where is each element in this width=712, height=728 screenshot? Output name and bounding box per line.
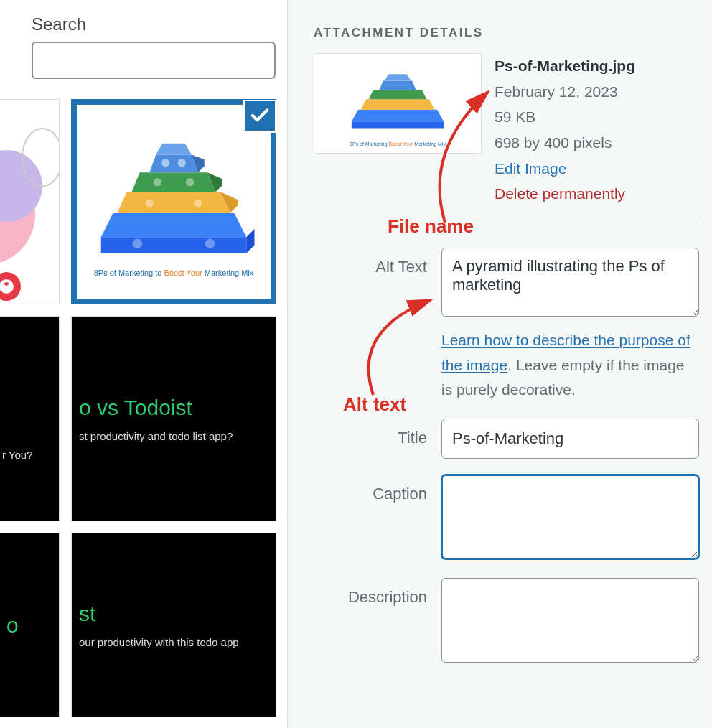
svg-point-23 (205, 239, 215, 249)
delete-permanently-link[interactable]: Delete permanently (495, 181, 635, 207)
svg-marker-24 (352, 109, 444, 121)
attachment-preview-row: 8Ps of Marketing Boost Your Marketing Mi… (314, 53, 699, 223)
attachment-filename: Ps-of-Marketing.jpg (495, 53, 635, 79)
attachment-form: Alt Text A pyramid illustrating the Ps o… (314, 248, 699, 666)
svg-point-22 (133, 239, 143, 249)
caption-input[interactable] (441, 475, 699, 559)
svg-marker-27 (369, 90, 427, 99)
media-thumb-partial-2[interactable]: r You? (0, 316, 60, 521)
thumb-title: st (79, 602, 95, 626)
svg-marker-6 (101, 213, 247, 238)
attachment-preview-thumb[interactable]: 8Ps of Marketing Boost Your Marketing Mi… (314, 53, 482, 154)
attachment-details-panel: ATTACHMENT DETAILS 8Ps of Marketing Boos… (287, 0, 712, 728)
svg-point-18 (154, 178, 161, 186)
svg-marker-28 (379, 80, 416, 90)
svg-marker-11 (132, 172, 216, 192)
thumb-subtext: our productivity with this todo app (79, 636, 239, 648)
svg-marker-25 (352, 121, 444, 128)
alt-text-help: Learn how to describe the purpose of the… (441, 328, 699, 403)
thumb-subtext: r You? (2, 449, 33, 461)
alt-text-label: Alt Text (314, 248, 441, 276)
description-input[interactable] (441, 578, 699, 663)
attachment-meta: Ps-of-Marketing.jpg February 12, 2023 59… (495, 53, 635, 207)
alt-text-input[interactable]: A pyramid illustrating the Ps of marketi… (441, 248, 699, 317)
description-label: Description (314, 578, 441, 607)
media-grid: 8Ps of Marketing to Boost Your Marketing… (0, 99, 280, 717)
svg-marker-29 (385, 74, 411, 80)
svg-point-19 (186, 178, 194, 186)
attachment-date: February 12, 2023 (495, 79, 635, 105)
thumb-title: o (6, 613, 19, 638)
svg-point-16 (161, 159, 169, 167)
search-label: Search (32, 14, 280, 34)
svg-point-21 (194, 199, 202, 207)
thumb-caption: 8Ps of Marketing to Boost Your Marketing… (94, 269, 254, 277)
search-input[interactable] (32, 42, 276, 79)
media-thumb-todoist[interactable]: o vs Todoist st productivity and todo li… (71, 316, 276, 521)
svg-point-17 (178, 159, 186, 167)
title-input[interactable] (441, 419, 699, 459)
svg-marker-9 (117, 192, 230, 213)
attachment-dimensions: 698 by 400 pixels (495, 130, 635, 156)
svg-marker-26 (361, 99, 435, 110)
thumb-subtext: st productivity and todo list app? (79, 430, 233, 442)
media-thumb-todo2[interactable]: st our productivity with this todo app (71, 533, 276, 717)
media-thumb-partial-3[interactable]: o (0, 533, 60, 717)
svg-marker-15 (156, 144, 192, 155)
title-label: Title (314, 419, 441, 447)
media-thumb-selected[interactable]: 8Ps of Marketing to Boost Your Marketing… (71, 99, 276, 304)
svg-marker-13 (149, 155, 198, 173)
section-heading: ATTACHMENT DETAILS (314, 26, 699, 40)
media-thumb-partial-1[interactable] (0, 99, 60, 304)
svg-marker-7 (101, 237, 247, 253)
edit-image-link[interactable]: Edit Image (495, 156, 635, 182)
svg-marker-8 (246, 229, 254, 253)
media-library-panel: Search (0, 0, 287, 728)
thumb-title: o vs Todoist (79, 396, 192, 420)
selected-check-icon (243, 99, 276, 133)
attachment-size: 59 KB (495, 104, 635, 130)
svg-point-20 (146, 199, 154, 207)
caption-label: Caption (314, 475, 441, 503)
